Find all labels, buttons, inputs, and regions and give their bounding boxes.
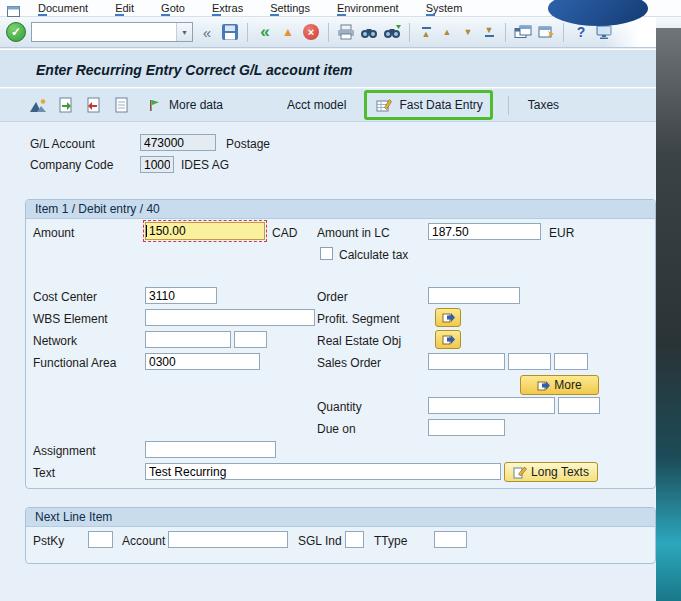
amount-lc-currency: EUR <box>549 226 574 240</box>
next-screen-icon <box>442 312 455 323</box>
network-subfield[interactable] <box>234 331 267 348</box>
taxes-label: Taxes <box>528 98 559 112</box>
assignment-label: Assignment <box>33 444 96 458</box>
back-button[interactable]: « <box>256 21 274 43</box>
acct-model-button[interactable]: Acct model <box>283 96 350 114</box>
amount-lc-field[interactable] <box>428 223 541 240</box>
page-up-button[interactable]: ▲ <box>439 28 455 36</box>
system-menu-icon[interactable] <box>7 3 20 14</box>
gl-account-field[interactable] <box>140 134 216 151</box>
choose-open-item-icon[interactable] <box>84 95 104 115</box>
menu-extras[interactable]: Extras <box>212 2 243 14</box>
quantity-unit-field[interactable] <box>558 397 600 414</box>
enter-button[interactable]: ✓ <box>6 22 26 42</box>
quantity-field[interactable] <box>428 397 555 414</box>
toolbar-separator <box>328 23 329 42</box>
command-field[interactable]: ▼ <box>31 22 193 42</box>
next-screen-icon <box>537 380 550 391</box>
next-line-item-title: Next Line Item <box>35 510 112 524</box>
cost-center-field[interactable] <box>145 287 217 304</box>
first-page-button[interactable]: ▲ <box>418 26 434 38</box>
due-on-field[interactable] <box>428 419 505 436</box>
last-page-button[interactable]: ▼ <box>481 26 497 38</box>
print-button[interactable] <box>337 21 355 43</box>
real-estate-button[interactable] <box>435 330 461 349</box>
long-texts-button[interactable]: Long Texts <box>504 462 598 482</box>
profit-segment-button[interactable] <box>435 308 461 327</box>
background-wallpaper-strip <box>656 28 681 601</box>
amount-field[interactable] <box>145 222 265 240</box>
functional-area-field[interactable] <box>145 353 260 370</box>
account-field[interactable] <box>168 531 288 548</box>
bar <box>485 35 494 37</box>
calculate-tax-checkbox[interactable] <box>320 247 333 260</box>
calculate-tax-label: Calculate tax <box>339 248 408 262</box>
more-button[interactable]: More <box>520 375 599 395</box>
assignment-field[interactable] <box>145 441 276 458</box>
wbs-element-label: WBS Element <box>33 312 108 326</box>
toolbar-separator <box>409 23 410 42</box>
text-field[interactable] <box>145 463 501 480</box>
menu-document[interactable]: Document <box>38 2 88 14</box>
acct-model-label: Acct model <box>287 98 346 112</box>
company-code-field[interactable] <box>140 156 174 173</box>
new-session-button[interactable] <box>514 21 532 43</box>
menu-goto[interactable]: Goto <box>161 2 185 14</box>
network-label: Network <box>33 334 77 348</box>
sales-order-schedule-field[interactable] <box>554 353 588 370</box>
pstky-label: PstKy <box>33 534 64 548</box>
taxes-button[interactable]: Taxes <box>524 96 563 114</box>
toolbar-separator <box>563 23 564 42</box>
quantity-label: Quantity <box>317 400 362 414</box>
order-label: Order <box>317 290 348 304</box>
sales-order-item-field[interactable] <box>508 353 551 370</box>
text-caret <box>146 225 147 237</box>
create-shortcut-button[interactable] <box>537 21 555 43</box>
network-field[interactable] <box>145 331 231 348</box>
page-down-button[interactable]: ▼ <box>460 28 476 36</box>
pstky-field[interactable] <box>88 531 113 548</box>
fast-data-entry-button[interactable]: Fast Data Entry <box>364 90 492 120</box>
wbs-element-field[interactable] <box>145 309 315 326</box>
new-item-icon[interactable] <box>112 95 132 115</box>
overview-icon[interactable] <box>28 95 48 115</box>
sgl-ind-field[interactable] <box>345 531 364 548</box>
title-bar: Enter Recurring Entry Correct G/L accoun… <box>0 49 656 88</box>
ttype-label: TType <box>374 534 407 548</box>
cancel-button[interactable]: × <box>302 21 320 43</box>
more-data-button[interactable]: More data <box>140 93 227 117</box>
item-group-title: Item 1 / Debit entry / 40 <box>35 202 160 216</box>
sgl-ind-label: SGL Ind <box>298 534 342 548</box>
long-texts-label: Long Texts <box>531 465 589 479</box>
profit-segment-label: Profit. Segment <box>317 312 400 326</box>
amount-lc-label: Amount in LC <box>317 226 390 240</box>
more-data-icon <box>144 95 164 115</box>
sales-order-field[interactable] <box>428 353 505 370</box>
hide-command-field-icon[interactable]: « <box>198 21 216 43</box>
command-input[interactable] <box>32 23 176 41</box>
menu-environment[interactable]: Environment <box>337 2 399 14</box>
ttype-field[interactable] <box>434 531 467 548</box>
order-field[interactable] <box>428 287 520 304</box>
cost-center-label: Cost Center <box>33 290 97 304</box>
save-button[interactable] <box>221 21 239 43</box>
amount-currency: CAD <box>272 226 297 240</box>
menu-system[interactable]: System <box>426 2 463 14</box>
item-group-header: Item 1 / Debit entry / 40 <box>26 200 655 219</box>
next-screen-icon <box>442 334 455 345</box>
company-code-description: IDES AG <box>181 158 229 172</box>
functional-area-label: Functional Area <box>33 356 116 370</box>
long-text-pencil-icon <box>513 466 527 479</box>
menu-settings[interactable]: Settings <box>270 2 310 14</box>
account-label: Account <box>122 534 165 548</box>
exit-button[interactable]: ▲ <box>279 21 297 43</box>
find-button[interactable] <box>360 21 378 43</box>
gl-account-label: G/L Account <box>30 137 95 151</box>
application-toolbar: More data Acct model Fast Data Entry Tax… <box>0 89 656 122</box>
command-dropdown-icon[interactable]: ▼ <box>176 23 192 41</box>
sap-window: Document Edit Goto Extras Settings Envir… <box>0 0 681 601</box>
find-next-button[interactable] <box>383 21 401 43</box>
gl-account-description: Postage <box>226 137 270 151</box>
display-next-item-icon[interactable] <box>56 95 76 115</box>
menu-edit[interactable]: Edit <box>115 2 134 14</box>
